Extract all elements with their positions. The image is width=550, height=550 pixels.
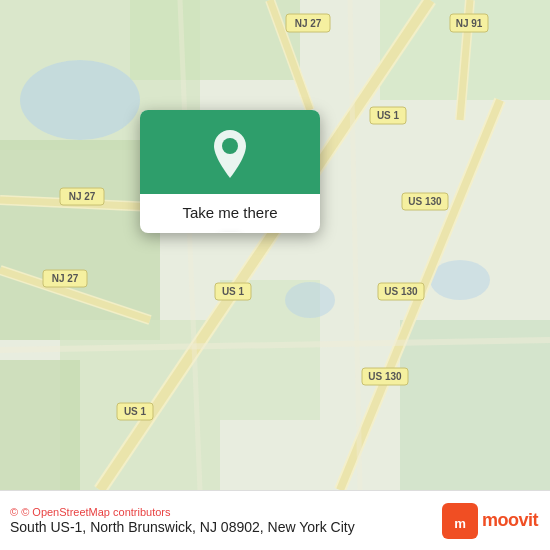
location-pin-icon <box>208 128 252 180</box>
svg-text:US 1: US 1 <box>124 406 147 417</box>
address-text: South US-1, North Brunswick, NJ 08902, N… <box>10 519 355 535</box>
svg-text:NJ 27: NJ 27 <box>295 18 322 29</box>
map-container: NJ 27 NJ 91 US 1 US 130 NJ 27 NJ 27 US 1… <box>0 0 550 490</box>
take-me-there-button[interactable]: Take me there <box>168 194 291 233</box>
svg-text:US 130: US 130 <box>368 371 402 382</box>
footer-left: © © OpenStreetMap contributors South US-… <box>10 506 355 535</box>
popup-card: Take me there <box>140 110 320 233</box>
svg-rect-7 <box>0 360 80 490</box>
svg-text:NJ 91: NJ 91 <box>456 18 483 29</box>
svg-point-9 <box>20 60 140 140</box>
svg-text:US 130: US 130 <box>384 286 418 297</box>
moovit-text: moovit <box>482 510 538 531</box>
osm-credit-text: © OpenStreetMap contributors <box>21 506 170 518</box>
moovit-logo: m moovit <box>442 503 538 539</box>
osm-copyright-symbol: © <box>10 506 18 518</box>
svg-rect-5 <box>400 320 550 490</box>
svg-text:US 130: US 130 <box>408 196 442 207</box>
svg-text:m: m <box>454 516 466 531</box>
svg-rect-2 <box>0 140 160 340</box>
svg-text:NJ 27: NJ 27 <box>52 273 79 284</box>
osm-credit: © © OpenStreetMap contributors <box>10 506 355 518</box>
svg-point-10 <box>285 282 335 318</box>
svg-text:US 1: US 1 <box>222 286 245 297</box>
svg-point-47 <box>222 138 238 154</box>
moovit-icon: m <box>442 503 478 539</box>
footer: © © OpenStreetMap contributors South US-… <box>0 490 550 550</box>
popup-green-area <box>140 110 320 194</box>
svg-text:US 1: US 1 <box>377 110 400 121</box>
svg-text:NJ 27: NJ 27 <box>69 191 96 202</box>
map-background: NJ 27 NJ 91 US 1 US 130 NJ 27 NJ 27 US 1… <box>0 0 550 490</box>
svg-point-11 <box>430 260 490 300</box>
